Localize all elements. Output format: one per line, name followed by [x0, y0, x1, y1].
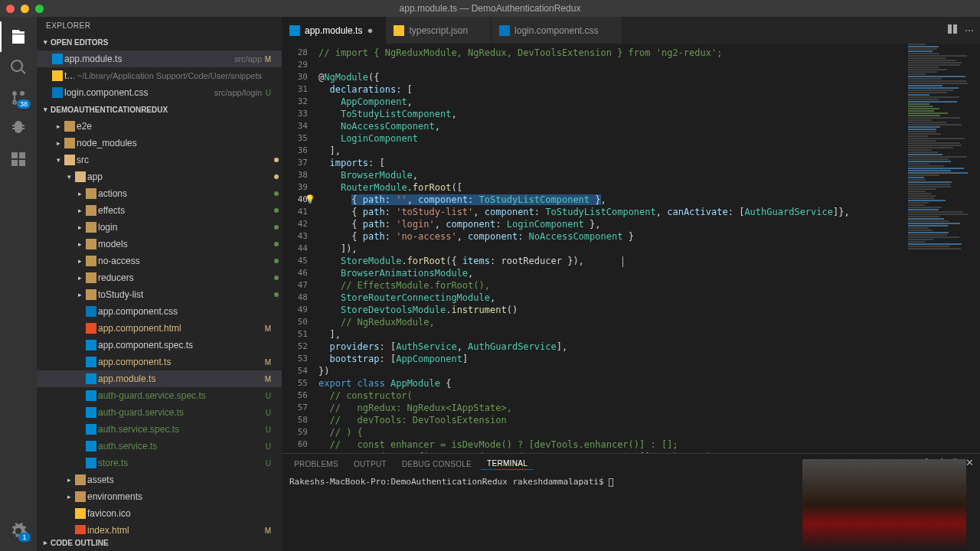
panel-tab[interactable]: DEBUG CONSOLE	[396, 458, 478, 470]
folder-item[interactable]: ▾ src	[37, 152, 282, 168]
code-line[interactable]: BrowserAnimationsModule,	[318, 267, 980, 279]
settings-activity-icon[interactable]: 1	[0, 516, 37, 546]
code-line[interactable]: ],	[318, 328, 980, 341]
folder-icon	[84, 239, 98, 249]
scm-activity-icon[interactable]: 38	[0, 83, 37, 113]
code-line[interactable]: @NgModule({	[318, 71, 980, 83]
code-line[interactable]: { path: 'toStudy-list', component: ToStu…	[318, 206, 980, 218]
more-actions-icon[interactable]: ⋯	[965, 25, 974, 36]
tab-close-icon[interactable]: ●	[367, 24, 377, 36]
code-line[interactable]: RouterModule.forRoot([	[318, 181, 980, 194]
code-line[interactable]: ToStudyListComponent,	[318, 108, 980, 120]
folder-item[interactable]: ▸ node_modules	[37, 135, 282, 152]
code-line[interactable]: // NgReduxModule,	[318, 316, 980, 328]
file-item[interactable]: favicon.ico	[37, 505, 282, 522]
code-line[interactable]: // ngRedux: NgRedux<IAppState>,	[318, 402, 980, 414]
search-activity-icon[interactable]	[0, 52, 37, 83]
folder-item[interactable]: ▸ no-access	[37, 253, 282, 269]
file-item[interactable]: app.component.css	[37, 303, 282, 320]
code-line[interactable]	[318, 59, 980, 71]
panel-tab[interactable]: PROBLEMS	[288, 458, 345, 470]
folder-item[interactable]: ▸ assets	[37, 471, 282, 488]
lightbulb-icon[interactable]: 💡	[305, 194, 315, 206]
code-line[interactable]: // const enhancer = isDevMode() ? [devTo…	[318, 439, 980, 451]
code-line[interactable]: // import { NgReduxModule, NgRedux, DevT…	[318, 47, 980, 59]
code-line[interactable]: imports: [	[318, 157, 980, 169]
tree-item-label: no-access	[98, 256, 271, 266]
git-status-indicator: U	[262, 392, 271, 400]
project-header[interactable]: ▾ DEMOAUTHENTICATIONREDUX	[37, 101, 282, 118]
panel-tab[interactable]: TERMINAL	[481, 458, 534, 470]
folder-item[interactable]: ▸ login	[37, 219, 282, 236]
file-item[interactable]: auth.service.tsU	[37, 438, 282, 455]
folder-item[interactable]: ▸ toStudy-list	[37, 286, 282, 303]
editor-tab[interactable]: login.component.css	[492, 17, 622, 44]
extensions-activity-icon[interactable]	[0, 144, 37, 174]
panel-tab[interactable]: OUTPUT	[348, 458, 393, 470]
git-status-indicator: U	[262, 459, 271, 468]
tree-item-label: toStudy-list	[98, 289, 271, 300]
file-item[interactable]: auth-guard.service.spec.tsU	[37, 387, 282, 404]
code-line[interactable]: BrowserModule,	[318, 169, 980, 181]
chevron-right-icon: ▸	[54, 122, 63, 130]
code-line[interactable]: bootstrap: [AppComponent]	[318, 353, 980, 365]
code-line[interactable]: StoreModule.forRoot({ items: rootReducer…	[318, 255, 980, 267]
folder-item[interactable]: ▸ reducers	[37, 269, 282, 286]
file-item[interactable]: app.module.tsM	[37, 370, 282, 387]
code-line[interactable]: // constructor(	[318, 390, 980, 402]
code-line[interactable]: StoreDevtoolsModule.instrument()	[318, 304, 980, 316]
code-line[interactable]: AppComponent,	[318, 96, 980, 108]
file-item[interactable]: store.tsU	[37, 455, 282, 471]
code-line[interactable]: NoAccessComponent,	[318, 120, 980, 132]
code-content[interactable]: // import { NgReduxModule, NgRedux, DevT…	[318, 44, 980, 453]
editor-tab[interactable]: typescript.json	[386, 17, 492, 44]
file-item[interactable]: app.component.tsM	[37, 354, 282, 370]
debug-activity-icon[interactable]	[0, 113, 37, 144]
window-close-button[interactable]	[6, 5, 15, 13]
git-dot-indicator	[274, 259, 279, 263]
file-item[interactable]: auth-guard.service.tsU	[37, 404, 282, 421]
code-line[interactable]: StoreRouterConnectingModule,	[318, 292, 980, 304]
minimap[interactable]	[903, 44, 980, 442]
folder-item[interactable]: ▸ actions	[37, 185, 282, 202]
folder-item[interactable]: ▸ models	[37, 236, 282, 253]
file-item[interactable]: app.component.spec.ts	[37, 337, 282, 354]
code-line[interactable]: { path: 'no-access', component: NoAccess…	[318, 230, 980, 243]
code-line[interactable]: // devTools: DevToolsExtension	[318, 414, 980, 426]
code-line[interactable]: // ngRedux.configureStore(rootReducer, I…	[318, 451, 980, 453]
editor-tab[interactable]: app.module.ts ●	[282, 17, 386, 44]
code-line[interactable]: export class AppModule {	[318, 377, 980, 390]
code-line[interactable]: ]),	[318, 243, 980, 255]
open-editors-header[interactable]: ▾ OPEN EDITORS	[37, 34, 282, 51]
window-maximize-button[interactable]	[35, 5, 44, 13]
folder-item[interactable]: ▸ e2e	[37, 118, 282, 135]
split-editor-icon[interactable]	[946, 23, 959, 37]
window-title: app.module.ts — DemoAuthenticationRedux	[400, 3, 581, 14]
folder-item[interactable]: ▸ effects	[37, 202, 282, 219]
folder-icon	[63, 138, 77, 148]
editor-body[interactable]: 2829303132333435363738394041424344454647…	[282, 44, 980, 453]
outline-header[interactable]: ▸ CODE OUTLINE	[37, 534, 282, 551]
file-item[interactable]: app.component.htmlM	[37, 320, 282, 337]
code-line[interactable]: ],	[318, 145, 980, 157]
panel-close-icon[interactable]: ✕	[965, 457, 974, 471]
code-line[interactable]: // ) {	[318, 426, 980, 439]
code-line[interactable]: declarations: [	[318, 83, 980, 96]
window-minimize-button[interactable]	[21, 5, 29, 13]
file-item[interactable]: index.htmlM	[37, 522, 282, 534]
open-editor-item[interactable]: login.component.css src/app/login U	[37, 84, 282, 101]
code-line[interactable]: // EffectsModule.forRoot(),	[318, 279, 980, 292]
code-line[interactable]: 💡 { path: '', component: ToStudyListComp…	[318, 194, 980, 206]
folder-item[interactable]: ▸ environments	[37, 488, 282, 505]
code-line[interactable]: LoginComponent	[318, 132, 980, 145]
code-line[interactable]: { path: 'login', component: LoginCompone…	[318, 218, 980, 230]
folder-item[interactable]: ▾ app	[37, 168, 282, 185]
file-item[interactable]: auth.service.spec.tsU	[37, 421, 282, 438]
tree-item-label: effects	[98, 205, 271, 216]
line-number: 61	[282, 451, 318, 453]
explorer-activity-icon[interactable]	[0, 21, 37, 52]
open-editor-item[interactable]: app.module.ts src/app M	[37, 51, 282, 67]
code-line[interactable]: })	[318, 365, 980, 377]
code-line[interactable]: providers: [AuthService, AuthGuardServic…	[318, 341, 980, 353]
open-editor-item[interactable]: typescript.json ~/Library/Application Su…	[37, 67, 282, 84]
